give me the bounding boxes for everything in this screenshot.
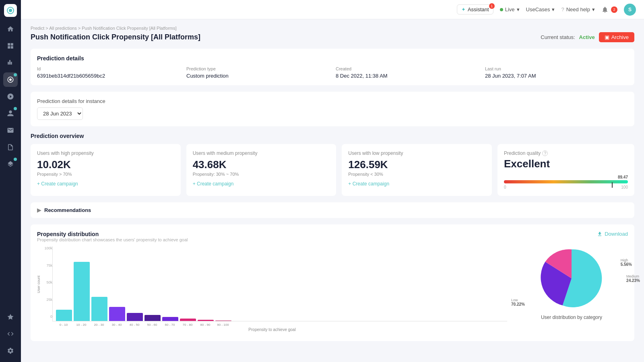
quality-bar xyxy=(504,180,628,183)
x-label-80-90: 80 - 90 xyxy=(197,323,213,327)
bar-90-100[interactable] xyxy=(215,321,231,321)
notification-icon[interactable]: 2 xyxy=(601,6,617,13)
assistant-button[interactable]: ✦ Assistant 1 xyxy=(457,4,493,14)
users-badge xyxy=(14,107,17,110)
pie-labels: High 5.56% Medium 24.23% Low 70.22% xyxy=(515,246,628,311)
x-label-90-100: 90 - 100 xyxy=(215,323,231,327)
medium-value: 43.68K xyxy=(193,158,330,171)
svg-point-3 xyxy=(9,78,12,81)
instance-select[interactable]: 28 Jun 2023 27 Jun 2023 26 Jun 2023 xyxy=(37,107,83,120)
assistant-label: Assistant xyxy=(468,6,489,12)
archive-icon: ▣ xyxy=(605,34,609,40)
breadcrumb-all-predictions[interactable]: All predictions xyxy=(49,26,76,31)
breadcrumb-predict[interactable]: Predict xyxy=(31,26,44,31)
page-header: Push Notification Click Propensity [All … xyxy=(31,32,634,42)
breadcrumb-current: Push Notification Click Propensity [All … xyxy=(82,26,176,31)
status-area: Current status: Active ▣ Archive xyxy=(541,32,634,42)
bar-70-80[interactable] xyxy=(180,319,196,321)
high-value: 10.02K xyxy=(37,158,174,171)
bar-30-40[interactable] xyxy=(109,307,125,321)
assistant-notification: 1 xyxy=(489,3,495,9)
live-status[interactable]: Live ▾ xyxy=(500,6,520,12)
pie-label-high: High 5.56% xyxy=(621,258,632,267)
sidebar-item-users[interactable] xyxy=(3,106,18,121)
x-axis-title: Propensity to achieve goal xyxy=(37,327,507,332)
recommendations-label: Recommendations xyxy=(44,207,91,213)
medium-label: Users with medium propensity xyxy=(193,150,330,156)
instance-dropdown: 28 Jun 2023 27 Jun 2023 26 Jun 2023 xyxy=(37,107,628,120)
last-run-label: Last run xyxy=(485,66,628,71)
bar-chart-wrapper: 100k 75k 50k 25k 0 0 - 1010 - 2020 - 3 xyxy=(37,246,507,327)
breadcrumb: Predict > All predictions > Push Notific… xyxy=(31,26,634,31)
y-axis-title: User count xyxy=(37,276,41,293)
bar-50-60[interactable] xyxy=(144,315,161,321)
medium-sub: Propensity: 30% ~ 70% xyxy=(193,172,330,177)
bar-20-30[interactable] xyxy=(91,297,107,321)
logo[interactable] xyxy=(4,4,17,17)
user-avatar[interactable]: S xyxy=(624,4,636,16)
usecases-menu[interactable]: UseCases ▾ xyxy=(526,6,555,12)
x-label-50-60: 50 - 60 xyxy=(144,323,160,327)
recommendations-header: ▶ Recommendations xyxy=(37,207,628,213)
sidebar-item-settings[interactable] xyxy=(3,343,18,358)
overview-title: Prediction overview xyxy=(31,133,634,139)
chart-header: Propensity distribution Propensity distr… xyxy=(37,231,628,242)
sidebar-item-predict[interactable] xyxy=(3,72,18,87)
low-sub: Propensity < 30% xyxy=(348,172,485,177)
detail-id: Id 6391beb314df21b605659bc2 xyxy=(37,66,180,79)
bar-40-50[interactable] xyxy=(127,313,143,321)
id-label: Id xyxy=(37,66,180,71)
quality-bar-labels: 0 100 xyxy=(504,185,628,189)
prediction-details-card: Prediction details Id 6391beb314df21b605… xyxy=(31,49,634,85)
need-help-menu[interactable]: ? Need help ▾ xyxy=(561,6,595,12)
sidebar-bottom xyxy=(3,310,18,358)
sidebar-item-reports[interactable] xyxy=(3,140,18,154)
bar-chart-area: 100k 75k 50k 25k 0 0 - 1010 - 2020 - 3 xyxy=(37,246,507,335)
quality-card: Prediction quality ? Excellent 89.47 0 1… xyxy=(497,144,634,196)
download-button[interactable]: Download xyxy=(597,231,628,237)
chart-body: 100k 75k 50k 25k 0 0 - 1010 - 2020 - 3 xyxy=(37,246,628,335)
prediction-details-title: Prediction details xyxy=(37,55,628,62)
sidebar-item-campaigns[interactable] xyxy=(3,89,18,104)
pie-chart-area: High 5.56% Medium 24.23% Low 70.22% User… xyxy=(515,246,628,335)
topbar: ✦ Assistant 1 Live ▾ UseCases ▾ ? Need h… xyxy=(21,0,644,19)
quality-marker xyxy=(612,182,613,188)
sidebar-item-integrations[interactable] xyxy=(3,310,18,324)
need-help-label: Need help xyxy=(566,6,590,12)
recommendations-section[interactable]: ▶ Recommendations xyxy=(31,202,634,218)
bar-10-20[interactable] xyxy=(74,262,90,321)
usecases-chevron: ▾ xyxy=(552,6,555,12)
sidebar-item-layers[interactable] xyxy=(3,157,18,171)
archive-button[interactable]: ▣ Archive xyxy=(599,32,634,42)
usecases-label: UseCases xyxy=(526,6,550,12)
notification-badge: 2 xyxy=(611,6,617,13)
medium-propensity-card: Users with medium propensity 43.68K Prop… xyxy=(186,144,336,196)
low-create-campaign[interactable]: + Create campaign xyxy=(348,181,389,187)
overview-section: Prediction overview Users with high prop… xyxy=(31,133,634,196)
bar-0-10[interactable] xyxy=(56,310,72,321)
archive-label: Archive xyxy=(611,34,629,40)
sidebar-item-messages[interactable] xyxy=(3,123,18,138)
medium-create-campaign[interactable]: + Create campaign xyxy=(193,181,234,187)
sidebar-item-dashboard[interactable] xyxy=(3,39,18,53)
chart-title-area: Propensity distribution Propensity distr… xyxy=(37,231,188,242)
bar-60-70[interactable] xyxy=(162,317,178,321)
last-run-value: 28 Jun 2023, 7:07 AM xyxy=(485,73,628,79)
y-label-75k: 75k xyxy=(37,263,52,267)
live-dot xyxy=(500,8,503,11)
high-create-campaign[interactable]: + Create campaign xyxy=(37,181,78,187)
status-value: Active xyxy=(579,34,595,40)
bar-80-90[interactable] xyxy=(198,320,214,321)
sidebar-item-analytics[interactable] xyxy=(3,56,18,70)
quality-value: Excellent xyxy=(504,158,628,170)
x-label-70-80: 70 - 80 xyxy=(180,323,196,327)
bar-chart-inner: 0 - 1010 - 2020 - 3030 - 4040 - 5050 - 6… xyxy=(52,246,507,327)
page-title: Push Notification Click Propensity [All … xyxy=(31,33,200,41)
bars-container xyxy=(52,246,507,321)
detail-last-run: Last run 28 Jun 2023, 7:07 AM xyxy=(485,66,628,79)
quality-bar-container: 89.47 0 100 xyxy=(504,175,628,189)
sidebar-item-code[interactable] xyxy=(3,327,18,341)
y-label-100k: 100k xyxy=(37,246,52,250)
low-label: Users with low propensity xyxy=(348,150,485,156)
sidebar-item-home[interactable] xyxy=(3,22,18,36)
